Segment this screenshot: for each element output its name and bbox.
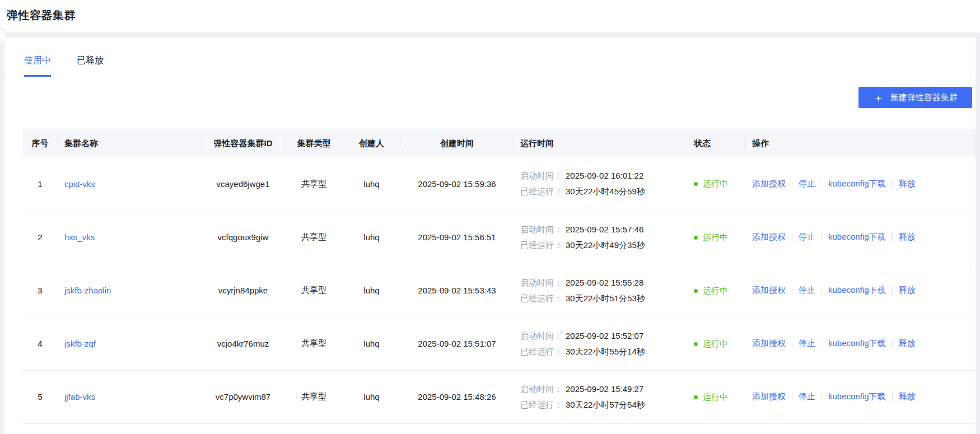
action-divider <box>792 393 792 401</box>
elapsed-label: 已经运行： <box>520 345 562 358</box>
status-badge: 运行中 <box>694 286 728 296</box>
cell-created-time: 2025-09-02 15:59:36 <box>401 157 513 211</box>
cell-actions: 添加授权 停止 kubeconfig下载 释放 <box>745 211 976 264</box>
action-release[interactable]: 释放 <box>899 179 916 189</box>
table-row: 2 hxs_vks vcfqgoux9giw 共享型 luhq 2025-09-… <box>22 211 976 264</box>
action-release[interactable]: 释放 <box>899 232 916 242</box>
action-stop[interactable]: 停止 <box>799 338 815 349</box>
column-header-cluster-name: 集群名称 <box>58 129 200 157</box>
column-header-cluster-id: 弹性容器集群ID <box>200 129 286 157</box>
cell-cluster-name: jskfb-zqf <box>58 317 200 370</box>
cell-cluster-id: vcayed6jwge1 <box>200 157 286 211</box>
cell-cluster-type: 共享型 <box>286 370 342 423</box>
action-divider <box>822 180 822 188</box>
cell-cluster-type: 共享型 <box>286 157 342 211</box>
elapsed-label: 已经运行： <box>520 398 562 412</box>
cluster-name-link[interactable]: cpst-vks <box>64 179 95 189</box>
elapsed-value: 30天22小时45分59秒 <box>566 185 645 198</box>
action-kubeconfig-download[interactable]: kubeconfig下载 <box>828 179 886 189</box>
cluster-name-link[interactable]: hxs_vks <box>64 232 95 242</box>
page-title: 弹性容器集群 <box>7 9 76 21</box>
action-add-auth[interactable]: 添加授权 <box>752 391 786 402</box>
cell-running-time: 启动时间： 2025-09-02 15:57:46 已经运行： 30天22小时4… <box>513 211 685 264</box>
cell-created-time: 2025-09-02 15:48:26 <box>401 370 513 423</box>
start-time-label: 启动时间： <box>520 223 562 236</box>
action-stop[interactable]: 停止 <box>799 285 815 296</box>
action-divider <box>892 234 893 241</box>
action-release[interactable]: 释放 <box>899 285 916 296</box>
toolbar: ＋ 新建弹性容器集群 <box>4 77 976 108</box>
cell-status: 运行中 <box>685 211 745 264</box>
start-time-value: 2025-09-02 15:52:07 <box>566 329 643 343</box>
cell-no: 2 <box>22 211 58 264</box>
cell-cluster-id: vc7p0ywvim87 <box>200 370 286 423</box>
table-row: 4 jskfb-zqf vcjo4kr76muz 共享型 luhq 2025-0… <box>22 317 976 370</box>
start-time-value: 2025-09-02 15:49:27 <box>566 382 643 396</box>
cell-actions: 添加授权 停止 kubeconfig下载 释放 <box>745 157 976 211</box>
action-add-auth[interactable]: 添加授权 <box>752 179 786 189</box>
action-divider <box>892 393 893 401</box>
action-kubeconfig-download[interactable]: kubeconfig下载 <box>828 285 886 296</box>
start-time-label: 启动时间： <box>520 169 562 183</box>
column-header-running-time: 运行时间 <box>513 129 685 157</box>
elapsed-label: 已经运行： <box>520 239 562 252</box>
cluster-name-link[interactable]: jskfb-zhaolin <box>64 286 111 295</box>
cluster-table: 序号 集群名称 弹性容器集群ID 集群类型 创建人 创建时间 运行时间 状态 操… <box>22 129 976 424</box>
start-time-label: 启动时间： <box>520 276 562 290</box>
action-kubeconfig-download[interactable]: kubeconfig下载 <box>828 232 886 242</box>
elapsed-value: 30天22小时57分54秒 <box>566 398 645 412</box>
action-divider <box>822 393 822 401</box>
action-release[interactable]: 释放 <box>899 338 916 349</box>
cell-status: 运行中 <box>685 157 745 211</box>
cluster-name-link[interactable]: jskfb-zqf <box>64 339 96 348</box>
column-header-created-time: 创建时间 <box>401 129 513 157</box>
action-stop[interactable]: 停止 <box>799 232 815 242</box>
status-dot-icon <box>694 342 698 346</box>
start-time-label: 启动时间： <box>520 382 562 396</box>
table-header: 序号 集群名称 弹性容器集群ID 集群类型 创建人 创建时间 运行时间 状态 操… <box>22 129 976 157</box>
elapsed-value: 30天22小时49分35秒 <box>566 239 645 252</box>
cell-status: 运行中 <box>685 370 745 423</box>
action-stop[interactable]: 停止 <box>799 179 815 189</box>
cell-cluster-type: 共享型 <box>286 211 342 264</box>
tab-bar: 使用中 已释放 <box>4 37 976 77</box>
action-add-auth[interactable]: 添加授权 <box>752 285 786 296</box>
status-dot-icon <box>694 236 698 240</box>
cell-running-time: 启动时间： 2025-09-02 16:01:22 已经运行： 30天22小时4… <box>513 157 685 211</box>
cell-status: 运行中 <box>685 317 745 370</box>
cell-cluster-id: vcyrjn84ppke <box>200 264 286 317</box>
action-divider <box>892 340 893 348</box>
status-badge: 运行中 <box>694 232 728 243</box>
action-kubeconfig-download[interactable]: kubeconfig下载 <box>828 338 886 349</box>
elapsed-label: 已经运行： <box>520 185 562 198</box>
cell-creator: luhq <box>342 317 401 370</box>
create-cluster-button[interactable]: ＋ 新建弹性容器集群 <box>858 87 972 108</box>
action-add-auth[interactable]: 添加授权 <box>752 338 786 349</box>
cluster-name-link[interactable]: jjfab-vks <box>64 392 95 402</box>
tab-in-use[interactable]: 使用中 <box>24 54 51 77</box>
action-add-auth[interactable]: 添加授权 <box>752 232 786 242</box>
action-kubeconfig-download[interactable]: kubeconfig下载 <box>828 391 886 402</box>
status-dot-icon <box>694 395 698 399</box>
cell-creator: luhq <box>342 370 401 423</box>
tab-released[interactable]: 已释放 <box>77 54 104 77</box>
page-header: 弹性容器集群 <box>0 0 980 32</box>
action-divider <box>792 287 792 295</box>
action-release[interactable]: 释放 <box>899 391 916 402</box>
content-card: 使用中 已释放 ＋ 新建弹性容器集群 序号 集群名称 弹性容器集群ID 集群类型… <box>4 37 976 434</box>
cell-cluster-name: hxs_vks <box>58 211 200 264</box>
status-badge: 运行中 <box>694 339 728 349</box>
cell-running-time: 启动时间： 2025-09-02 15:52:07 已经运行： 30天22小时5… <box>513 317 685 370</box>
cell-creator: luhq <box>342 264 401 317</box>
cell-cluster-name: jjfab-vks <box>58 370 200 423</box>
table-row: 3 jskfb-zhaolin vcyrjn84ppke 共享型 luhq 20… <box>22 264 976 317</box>
cell-actions: 添加授权 停止 kubeconfig下载 释放 <box>745 317 976 370</box>
action-stop[interactable]: 停止 <box>799 391 815 402</box>
column-header-actions: 操作 <box>745 129 976 157</box>
action-divider <box>822 287 822 295</box>
cell-running-time: 启动时间： 2025-09-02 15:49:27 已经运行： 30天22小时5… <box>513 370 685 423</box>
start-time-value: 2025-09-02 15:55:28 <box>566 276 643 290</box>
action-divider <box>792 180 792 188</box>
cell-cluster-type: 共享型 <box>286 264 342 317</box>
status-label: 运行中 <box>703 392 728 403</box>
